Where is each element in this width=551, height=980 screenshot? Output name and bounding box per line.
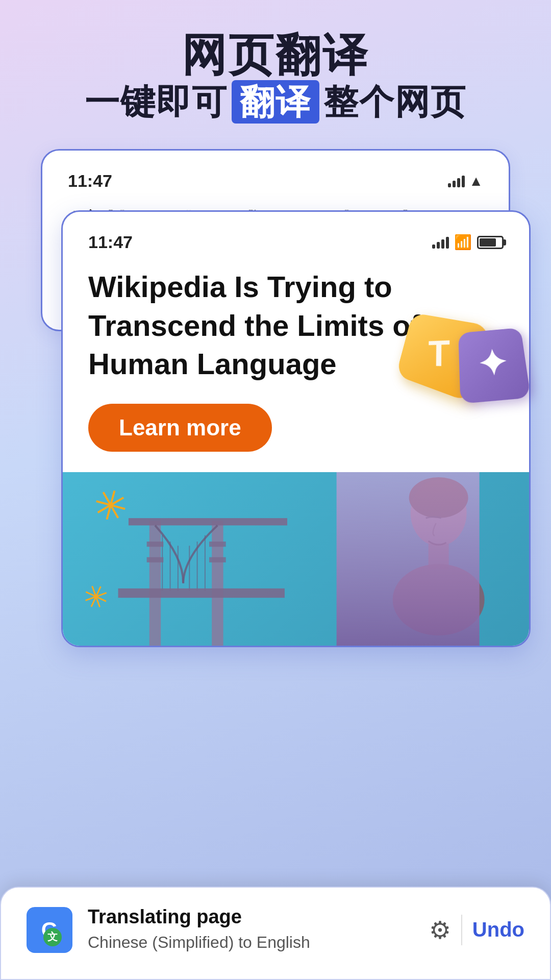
time-front: 11:47: [88, 232, 133, 252]
google-translate-icon: G 文: [27, 907, 72, 953]
main-title: 网页翻译: [85, 31, 466, 80]
svg-rect-12: [209, 542, 226, 547]
sub-title-highlight: 翻译: [232, 80, 319, 124]
divider: [461, 915, 462, 945]
svg-rect-11: [147, 557, 164, 562]
translate-symbol: ✦: [476, 342, 510, 386]
wifi-icon: 📶: [454, 234, 472, 251]
sub-title-suffix: 整个网页: [323, 81, 466, 123]
settings-button[interactable]: ⚙: [429, 916, 451, 944]
translation-bar: G 文 Translating page Chinese (Simplified…: [0, 887, 551, 980]
article-image: ✳ ✳: [63, 472, 529, 646]
svg-rect-10: [147, 542, 164, 547]
status-icons-back: ▲: [448, 173, 483, 189]
translate-symbol-small: 文: [43, 928, 62, 946]
translation-text-area: Translating page Chinese (Simplified) to…: [88, 906, 414, 953]
battery-fill: [480, 238, 496, 247]
signal-icon-back: [448, 175, 465, 187]
sub-title: 一键即可 翻译 整个网页: [85, 80, 466, 124]
signal-icon-front: [432, 236, 449, 249]
translate-3d-decoration: T ✦: [398, 317, 500, 409]
card-front-english: 11:47 📶 Wikipedia Is Trying to Transcend…: [61, 210, 531, 647]
phone-mockup: T ✦ 11:47 ▲: [41, 149, 510, 443]
svg-rect-2: [129, 518, 287, 525]
person-svg: [287, 472, 529, 646]
svg-rect-9: [118, 588, 285, 597]
translating-subtitle: Chinese (Simplified) to English: [88, 932, 414, 953]
icon-purple-background: ✦: [458, 328, 531, 404]
status-icons-front: 📶: [432, 234, 504, 251]
status-bar-front: 11:47 📶: [88, 232, 504, 252]
header-title: 网页翻译 一键即可 翻译 整个网页: [85, 31, 466, 124]
learn-more-button[interactable]: Learn more: [88, 404, 272, 452]
sub-title-prefix: 一键即可: [85, 81, 228, 123]
page-container: 网页翻译 一键即可 翻译 整个网页 T ✦ 11:47: [0, 0, 551, 980]
undo-button[interactable]: Undo: [472, 918, 524, 941]
time-back: 11:47: [68, 171, 112, 191]
translating-title: Translating page: [88, 906, 414, 928]
battery-icon: [477, 236, 504, 249]
svg-rect-18: [336, 472, 479, 646]
translation-actions: ⚙ Undo: [429, 915, 524, 945]
status-bar-back: 11:47 ▲: [68, 171, 483, 191]
svg-rect-13: [209, 557, 226, 562]
person-portrait-area: [287, 472, 529, 646]
svg-rect-1: [212, 521, 223, 646]
svg-rect-0: [149, 521, 161, 646]
network-icon-back: ▲: [469, 173, 483, 189]
